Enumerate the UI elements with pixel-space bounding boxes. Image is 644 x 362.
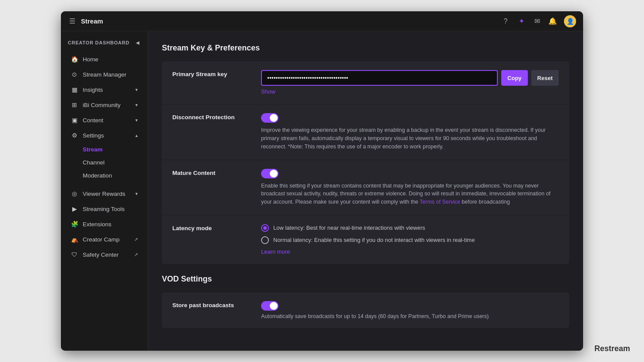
sidebar-item-label: Content xyxy=(83,117,131,124)
latency-mode-label: Latency mode xyxy=(172,224,251,231)
low-latency-radio[interactable] xyxy=(261,224,269,232)
mature-content-desc-end: before broadcasting xyxy=(460,199,510,205)
sidebar-item-creator-camp[interactable]: ⛺ Creator Camp ↗ xyxy=(64,232,145,247)
store-broadcasts-label: Store past broadcasts xyxy=(172,301,251,308)
help-icon[interactable]: ? xyxy=(501,17,510,26)
stream-key-input-row: Copy Reset xyxy=(261,70,559,86)
mature-content-row: Mature Content Enable this setting if yo… xyxy=(162,160,569,215)
viewer-rewards-icon: ◎ xyxy=(70,190,78,198)
normal-latency-radio[interactable] xyxy=(261,236,269,244)
sidebar-item-settings[interactable]: ⚙ Settings ▴ xyxy=(64,128,145,143)
vod-section-title: VOD Settings xyxy=(162,275,569,284)
sidebar-item-home[interactable]: 🏠 Home xyxy=(64,52,145,67)
chevron-up-icon: ▴ xyxy=(135,133,138,138)
home-icon: 🏠 xyxy=(70,55,78,63)
sidebar-item-label: Viewer Rewards xyxy=(83,191,131,197)
disconnect-protection-label: Disconnect Protection xyxy=(172,113,251,121)
sidebar-item-label: Extensions xyxy=(83,221,138,228)
disconnect-protection-content: Improve the viewing experience for your … xyxy=(261,113,559,151)
chevron-down-icon: ▾ xyxy=(135,191,138,197)
sidebar-item-insights[interactable]: ▦ Insights ▾ xyxy=(64,82,145,97)
sub-item-label: Moderation xyxy=(83,172,112,179)
stream-key-content: Copy Reset Show xyxy=(261,70,559,95)
menu-icon[interactable]: ☰ xyxy=(68,17,77,26)
latency-mode-row: Latency mode Low latency: Best for near … xyxy=(162,215,569,264)
sub-item-label: Stream xyxy=(83,146,103,153)
store-broadcasts-desc: Automatically save broadcasts for up to … xyxy=(261,313,559,319)
stream-preferences-card: Primary Stream key Copy Reset Show Disco… xyxy=(162,61,569,264)
learn-more-link[interactable]: Learn more xyxy=(261,248,290,255)
stream-key-label: Primary Stream key xyxy=(172,70,251,77)
disconnect-protection-row: Disconnect Protection Improve the viewin… xyxy=(162,104,569,160)
mature-content-toggle[interactable] xyxy=(261,169,278,178)
sidebar-header: Creator Dashboard ◄ xyxy=(61,36,148,51)
titlebar-right: ? ✦ ✉ 🔔 👤 xyxy=(501,15,576,27)
stream-key-row: Primary Stream key Copy Reset Show xyxy=(162,61,569,104)
user-avatar[interactable]: 👤 xyxy=(564,15,576,27)
disconnect-protection-desc: Improve the viewing experience for your … xyxy=(261,126,559,151)
low-latency-option[interactable]: Low latency: Best for near real-time int… xyxy=(261,224,559,232)
titlebar-left: ☰ Stream xyxy=(68,17,501,26)
mature-content-content: Enable this setting if your stream conta… xyxy=(261,169,559,206)
sidebar-item-label: Safety Center xyxy=(83,251,128,258)
store-broadcasts-toggle[interactable] xyxy=(261,301,278,311)
store-broadcasts-row: Store past broadcasts Automatically save… xyxy=(162,292,569,328)
restream-watermark: Restream xyxy=(594,344,630,353)
sidebar-item-content[interactable]: ▣ Content ▾ xyxy=(64,113,145,127)
safety-center-icon: 🛡 xyxy=(70,251,78,258)
latency-mode-content: Low latency: Best for near real-time int… xyxy=(261,224,559,255)
mail-icon[interactable]: ✉ xyxy=(533,17,541,26)
normal-latency-label: Normal latency: Enable this setting if y… xyxy=(273,237,475,243)
creator-camp-icon: ⛺ xyxy=(70,235,78,243)
sidebar-sub-item-channel[interactable]: Channel xyxy=(64,156,145,169)
sidebar-item-stream-manager[interactable]: ⊙ Stream Manager xyxy=(64,67,145,82)
stream-key-input[interactable] xyxy=(261,70,498,86)
reset-button[interactable]: Reset xyxy=(531,70,559,86)
low-latency-label: Low latency: Best for near real-time int… xyxy=(273,225,425,231)
sidebar-sub-item-moderation[interactable]: Moderation xyxy=(64,169,145,182)
mature-content-label: Mature Content xyxy=(172,169,251,176)
sidebar-item-viewer-rewards[interactable]: ◎ Viewer Rewards ▾ xyxy=(64,186,145,201)
vod-card: Store past broadcasts Automatically save… xyxy=(162,292,569,328)
titlebar: ☰ Stream ? ✦ ✉ 🔔 👤 xyxy=(61,11,583,31)
chevron-down-icon: ▾ xyxy=(135,117,138,123)
content-area: Stream Key & Preferences Primary Stream … xyxy=(148,31,583,351)
sidebar-item-label: Home xyxy=(83,56,138,63)
sidebar-header-label: Creator Dashboard xyxy=(68,40,130,45)
sidebar-item-label: iBi Community xyxy=(83,102,131,108)
main-layout: Creator Dashboard ◄ 🏠 Home ⊙ Stream Mana… xyxy=(61,31,583,351)
sidebar-collapse-btn[interactable]: ◄ xyxy=(134,39,141,46)
sidebar-item-safety-center[interactable]: 🛡 Safety Center ↗ xyxy=(64,247,145,262)
terms-of-service-link[interactable]: Terms of Service xyxy=(420,199,460,205)
sidebar-item-label: Creator Camp xyxy=(83,236,128,243)
normal-latency-option[interactable]: Normal latency: Enable this setting if y… xyxy=(261,236,559,244)
streaming-tools-icon: ▶ xyxy=(70,205,78,213)
external-link-icon: ↗ xyxy=(134,252,138,258)
community-icon: ⊞ xyxy=(70,101,78,109)
disconnect-protection-toggle[interactable] xyxy=(261,113,278,123)
sidebar-item-label: Streaming Tools xyxy=(83,206,138,212)
chevron-down-icon: ▾ xyxy=(135,102,138,108)
bell-icon[interactable]: 🔔 xyxy=(548,17,557,26)
insights-icon: ▦ xyxy=(70,86,78,94)
mature-content-desc: Enable this setting if your stream conta… xyxy=(261,182,559,206)
store-broadcasts-content: Automatically save broadcasts for up to … xyxy=(261,301,559,319)
chevron-down-icon: ▾ xyxy=(135,87,138,93)
sidebar-sub-item-stream[interactable]: Stream xyxy=(64,143,145,156)
page-title: Stream Key & Preferences xyxy=(162,44,569,53)
copy-button[interactable]: Copy xyxy=(501,70,528,86)
sidebar-item-extensions[interactable]: 🧩 Extensions xyxy=(64,217,145,231)
crown-icon[interactable]: ✦ xyxy=(517,17,526,26)
sidebar-item-label: Stream Manager xyxy=(83,71,138,78)
extensions-icon: 🧩 xyxy=(70,220,78,228)
latency-radio-group: Low latency: Best for near real-time int… xyxy=(261,224,559,244)
sidebar: Creator Dashboard ◄ 🏠 Home ⊙ Stream Mana… xyxy=(61,31,148,351)
show-link[interactable]: Show xyxy=(261,88,275,95)
sidebar-item-label: Insights xyxy=(83,87,131,93)
sub-item-label: Channel xyxy=(83,159,104,166)
settings-icon: ⚙ xyxy=(70,131,78,139)
sidebar-item-community[interactable]: ⊞ iBi Community ▾ xyxy=(64,97,145,112)
app-title: Stream xyxy=(81,17,103,25)
sidebar-item-streaming-tools[interactable]: ▶ Streaming Tools xyxy=(64,201,145,216)
content-icon: ▣ xyxy=(70,116,78,124)
